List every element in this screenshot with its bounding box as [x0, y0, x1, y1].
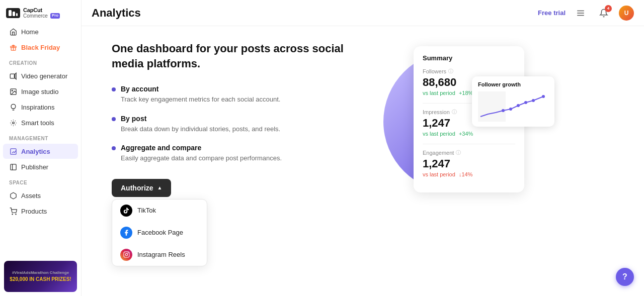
feature-dot: [112, 87, 116, 91]
engagement-label: Engagement ⓘ: [423, 149, 515, 156]
feature-title-post: By post: [121, 115, 280, 123]
logo[interactable]: CapCut Commerce Pro: [0, 0, 81, 24]
tiktok-option[interactable]: TikTok: [112, 200, 207, 222]
info-icon-followers: ⓘ: [448, 68, 453, 75]
publisher-label: Publisher: [21, 163, 48, 171]
feature-desc-aggregate: Easily aggregate data and compare post p…: [121, 154, 282, 163]
topbar: Analytics Free trial 4 U: [82, 0, 644, 26]
sidebar: CapCut Commerce Pro Home Black Friday Cr…: [0, 0, 82, 296]
svg-point-24: [502, 109, 505, 112]
video-icon: [9, 72, 17, 80]
svg-point-25: [509, 108, 512, 111]
space-section-label: Space: [0, 175, 81, 187]
engagement-metric: Engagement ⓘ 1,247 vs last period ↓14%: [423, 149, 515, 177]
gift-icon: [9, 43, 17, 51]
svg-point-8: [12, 90, 13, 91]
avatar[interactable]: U: [619, 6, 634, 21]
content-left: One dashboard for your posts across soci…: [112, 41, 353, 281]
hamburger-button[interactable]: [573, 5, 589, 21]
content-area: One dashboard for your posts across soci…: [82, 26, 644, 296]
image-studio-label: Image studio: [21, 88, 58, 95]
impression-change: vs last period +34%: [423, 131, 515, 137]
sidebar-item-smart-tools[interactable]: Smart tools: [3, 115, 78, 130]
inspiration-icon: [9, 103, 17, 111]
feature-by-account: By account Track key engagement metrics …: [112, 85, 353, 104]
home-icon: [9, 28, 17, 36]
notification-badge: 4: [605, 5, 612, 12]
sidebar-item-assets[interactable]: Assets: [3, 188, 78, 203]
feature-desc-post: Break data down by individual stories, p…: [121, 125, 280, 134]
facebook-label: Facebook Page: [137, 229, 183, 236]
feature-desc-account: Track key engagement metrics for each so…: [121, 95, 280, 104]
main-area: Analytics Free trial 4 U One dashboard f…: [82, 0, 644, 296]
analytics-label: Analytics: [21, 148, 50, 155]
publisher-icon: [9, 163, 17, 171]
info-icon-impression: ⓘ: [452, 109, 457, 116]
sidebar-item-black-friday[interactable]: Black Friday: [3, 40, 78, 55]
svg-point-27: [524, 101, 527, 104]
feature-title-aggregate: Aggregate and compare: [121, 144, 282, 152]
svg-point-21: [125, 254, 127, 256]
assets-label: Assets: [21, 192, 41, 200]
feature-aggregate: Aggregate and compare Easily aggregate d…: [112, 144, 353, 163]
facebook-icon: [120, 227, 132, 239]
engagement-change: vs last period ↓14%: [423, 171, 515, 177]
sidebar-item-products[interactable]: Products: [3, 204, 78, 219]
products-icon: [9, 207, 17, 215]
feature-list: By account Track key engagement metrics …: [112, 85, 353, 163]
svg-rect-1: [13, 12, 15, 16]
feature-by-post: By post Break data down by individual st…: [112, 115, 353, 134]
svg-rect-0: [9, 10, 12, 16]
chevron-up-icon: ▲: [157, 185, 163, 190]
platform-dropdown: TikTok Facebook Page Instagram Reels: [112, 199, 207, 266]
topbar-right: Free trial 4 U: [538, 5, 634, 21]
summary-title: Summary: [423, 54, 515, 62]
main-heading: One dashboard for your posts across soci…: [112, 41, 353, 71]
instagram-option[interactable]: Instagram Reels: [112, 244, 207, 266]
sidebar-item-publisher[interactable]: Publisher: [3, 159, 78, 174]
authorize-container: Authorize ▲ TikTok Facebook Page: [112, 179, 171, 197]
page-title: Analytics: [92, 7, 141, 20]
home-label: Home: [21, 28, 39, 36]
free-trial-button[interactable]: Free trial: [538, 9, 566, 17]
facebook-option[interactable]: Facebook Page: [112, 222, 207, 244]
authorize-label: Authorize: [121, 184, 153, 192]
authorize-button[interactable]: Authorize ▲: [112, 179, 171, 197]
help-icon: ?: [622, 272, 627, 281]
info-icon-engagement: ⓘ: [456, 149, 461, 156]
sidebar-item-analytics[interactable]: Analytics: [3, 144, 78, 159]
promo-text: #ViralAdsMarathon Challenge $20,000 IN C…: [8, 268, 73, 284]
svg-rect-20: [124, 252, 129, 258]
svg-point-22: [127, 253, 128, 254]
svg-point-16: [15, 214, 16, 214]
creation-section-label: Creation: [0, 55, 81, 68]
tiktok-icon: [120, 205, 132, 217]
sidebar-item-image-studio[interactable]: Image studio: [3, 84, 78, 99]
instagram-icon: [120, 249, 132, 261]
sidebar-item-home[interactable]: Home: [3, 24, 78, 39]
feature-dot-2: [112, 117, 116, 121]
video-generator-label: Video generator: [21, 72, 67, 80]
svg-rect-13: [10, 164, 16, 169]
sidebar-promo-banner[interactable]: #ViralAdsMarathon Challenge $20,000 IN C…: [4, 261, 77, 292]
smart-tools-label: Smart tools: [21, 119, 54, 127]
sidebar-item-inspirations[interactable]: Inspirations: [3, 100, 78, 115]
products-label: Products: [21, 208, 47, 215]
inspirations-label: Inspirations: [21, 104, 54, 111]
tiktok-label: TikTok: [137, 207, 156, 214]
help-button[interactable]: ?: [616, 268, 634, 286]
analytics-icon: [9, 147, 17, 155]
management-section-label: Management: [0, 131, 81, 143]
feature-title-account: By account: [121, 85, 280, 93]
follower-growth-card: Follower growth: [472, 76, 554, 127]
sidebar-item-video-generator[interactable]: Video generator: [3, 68, 78, 83]
svg-point-28: [532, 99, 535, 102]
followers-label: Followers ⓘ: [423, 68, 515, 75]
feature-dot-3: [112, 146, 116, 150]
growth-chart: [478, 91, 548, 122]
notification-button[interactable]: 4: [596, 5, 612, 21]
pro-badge: Pro: [50, 13, 60, 19]
assets-icon: [9, 191, 17, 200]
engagement-value: 1,247: [423, 157, 515, 170]
black-friday-label: Black Friday: [21, 44, 60, 51]
